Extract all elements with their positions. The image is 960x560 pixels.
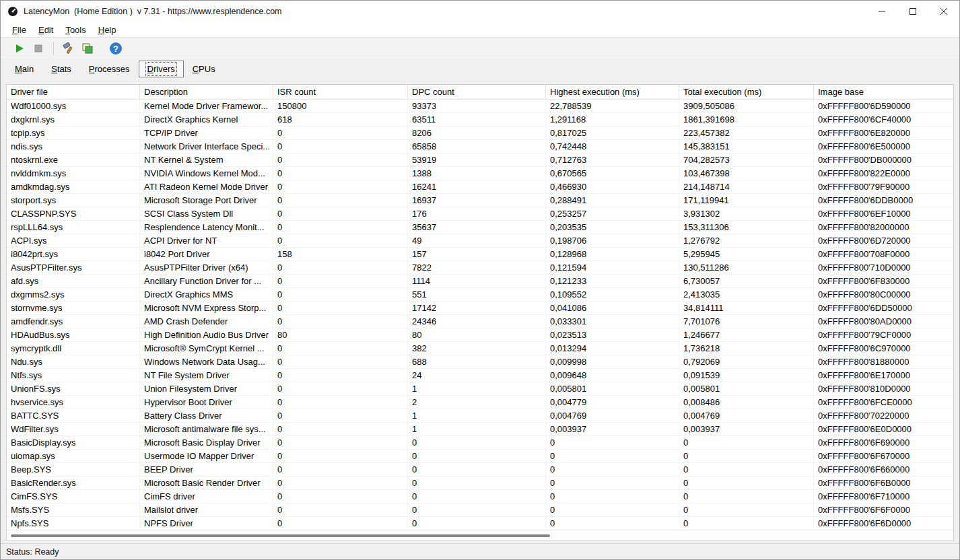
table-cell: 0,128968 [546, 248, 679, 260]
table-row[interactable]: storport.sysMicrosoft Storage Port Drive… [7, 194, 953, 207]
table-row[interactable]: symcryptk.dllMicrosoft® SymCrypt Kernel … [7, 342, 953, 355]
column-header[interactable]: DPC count [408, 85, 546, 99]
table-cell: 0,670565 [546, 167, 679, 180]
maximize-icon [910, 8, 916, 15]
table-cell: 0xFFFFF800'810D0000 [814, 382, 953, 395]
table-cell: Microsoft® SymCrypt Kernel ... [140, 342, 273, 355]
minimize-button[interactable] [866, 1, 897, 22]
help-button[interactable]: ? [106, 40, 125, 57]
table-row[interactable]: ACPI.sysACPI Driver for NT0490,1987061,2… [7, 234, 953, 248]
table-cell: 0,121594 [546, 261, 679, 274]
table-row[interactable]: dxgmms2.sysDirectX Graphics MMS05510,109… [7, 288, 953, 302]
table-cell: uiomap.sys [7, 450, 140, 462]
table-row[interactable]: CimFS.SYSCimFS driver00000xFFFFF800'6F71… [7, 490, 953, 503]
table-row[interactable]: CLASSPNP.SYSSCSI Class System Dll01760,2… [7, 207, 953, 221]
table-row[interactable]: AsusPTPFilter.sysAsusPTPFilter Driver (x… [7, 261, 953, 275]
table-cell: 0,817025 [546, 127, 679, 139]
maximize-button[interactable] [897, 1, 928, 22]
table-cell: 22,788539 [546, 100, 679, 112]
table-cell: Microsoft Storage Port Driver [140, 194, 273, 207]
table-cell: 0 [273, 450, 408, 462]
table-row[interactable]: dxgkrnl.sysDirectX Graphics Kernel618635… [7, 113, 953, 127]
table-cell: CimFS.SYS [7, 490, 140, 503]
menu-tools[interactable]: Tools [59, 24, 92, 36]
scrollbar-thumb[interactable] [11, 534, 550, 537]
table-row[interactable]: amdfendr.sysAMD Crash Defender0243460,03… [7, 315, 953, 328]
table-cell: 1,736218 [679, 342, 814, 355]
menu-edit[interactable]: Edit [32, 24, 59, 36]
table-row[interactable]: Npfs.SYSNPFS Driver00000xFFFFF800'6F6D00… [7, 517, 953, 530]
column-header[interactable]: Driver file [7, 85, 140, 99]
table-cell: 0,091539 [679, 369, 814, 382]
table-cell: 0 [273, 503, 408, 516]
table-row[interactable]: BasicDisplay.sysMicrosoft Basic Display … [7, 436, 953, 450]
table-row[interactable]: Ntfs.sysNT File System Driver0240,009648… [7, 369, 953, 382]
table-row[interactable]: ndis.sysNetwork Driver Interface Speci..… [7, 140, 953, 153]
table-cell: 0 [546, 503, 679, 516]
table-cell: 53919 [408, 153, 546, 166]
menu-help[interactable]: Help [92, 24, 123, 36]
table-row[interactable]: Ndu.sysWindows Network Data Usag...06880… [7, 355, 953, 369]
table-cell: 0xFFFFF800'6F830000 [814, 275, 953, 287]
table-row[interactable]: tcpip.sysTCP/IP Driver082060,817025223,4… [7, 127, 953, 140]
table-cell: 0 [546, 490, 679, 503]
table-row[interactable]: afd.sysAncillary Function Driver for ...… [7, 275, 953, 288]
column-header[interactable]: Total execution (ms) [679, 85, 814, 99]
close-icon [940, 8, 947, 15]
table-cell: 704,282573 [679, 153, 814, 166]
close-button[interactable] [928, 1, 959, 22]
column-header[interactable]: Description [140, 85, 273, 99]
table-cell: 0,198706 [546, 234, 679, 247]
app-icon[interactable] [7, 6, 18, 17]
table-cell: 1 [408, 409, 546, 422]
table-cell: Windows Network Data Usag... [140, 355, 273, 368]
table-row[interactable]: ntoskrnl.exeNT Kernel & System0539190,71… [7, 153, 953, 167]
tab-drivers[interactable]: Drivers [139, 61, 184, 77]
table-row[interactable]: Wdf01000.sysKernel Mode Driver Framewor.… [7, 100, 953, 113]
tab-main[interactable]: Main [6, 61, 42, 77]
tab-cpus[interactable]: CPUs [184, 61, 224, 77]
start-monitor-button[interactable] [10, 40, 29, 57]
table-cell: Wdf01000.sys [7, 100, 140, 112]
copy-report-button[interactable] [78, 40, 97, 57]
table-row[interactable]: hvservice.sysHypervisor Boot Driver020,0… [7, 396, 953, 409]
table-cell: 0,003937 [546, 423, 679, 435]
table-cell: dxgmms2.sys [7, 288, 140, 301]
table-row[interactable]: rspLLL64.sysResplendence Latency Monit..… [7, 221, 953, 234]
table-row[interactable]: BATTC.SYSBattery Class Driver010,0047690… [7, 409, 953, 423]
stop-monitor-button[interactable] [29, 40, 48, 57]
table-row[interactable]: stornvme.sysMicrosoft NVM Express Storp.… [7, 302, 953, 315]
table-cell: 0xFFFFF800'6F6B0000 [814, 477, 953, 489]
table-cell: UnionFS.sys [7, 382, 140, 395]
table-row[interactable]: i8042prt.sysi8042 Port Driver1581570,128… [7, 248, 953, 261]
table-row[interactable]: UnionFS.sysUnion Filesystem Driver010,00… [7, 382, 953, 396]
column-header[interactable]: Highest execution (ms) [546, 85, 679, 99]
table-cell: 0 [273, 180, 408, 193]
table-row[interactable]: uiomap.sysUsermode IO Mapper Driver00000… [7, 450, 953, 463]
tools-icon [62, 42, 75, 55]
table-row[interactable]: nvlddmkm.sysNVIDIA Windows Kernel Mod...… [7, 167, 953, 180]
table-cell: 0,005801 [679, 382, 814, 395]
table-row[interactable]: BasicRender.sysMicrosoft Basic Render Dr… [7, 477, 953, 490]
tab-processes[interactable]: Processes [80, 61, 139, 77]
column-header[interactable]: Image base [814, 85, 953, 99]
menu-file[interactable]: File [6, 24, 32, 36]
tools-button[interactable] [59, 40, 78, 57]
table-cell: 130,511286 [679, 261, 814, 274]
table-row[interactable]: Msfs.SYSMailslot driver00000xFFFFF800'6F… [7, 503, 953, 517]
table-cell: 0 [273, 194, 408, 207]
column-header[interactable]: ISR count [273, 85, 408, 99]
table-cell: 0,203535 [546, 221, 679, 234]
horizontal-scrollbar[interactable] [7, 530, 953, 540]
tab-stats[interactable]: Stats [42, 61, 80, 77]
table-row[interactable]: Beep.SYSBEEP Driver00000xFFFFF800'6F6600… [7, 463, 953, 477]
table-cell: ACPI.sys [7, 234, 140, 247]
table-cell: ntoskrnl.exe [7, 153, 140, 166]
table-cell: Kernel Mode Driver Framewor... [140, 100, 273, 112]
table-row[interactable]: HDAudBus.sysHigh Definition Audio Bus Dr… [7, 328, 953, 342]
table-row[interactable]: WdFilter.sysMicrosoft antimalware file s… [7, 423, 953, 436]
table-cell: 0 [273, 409, 408, 422]
table-cell: 16937 [408, 194, 546, 207]
table-row[interactable]: amdkmdag.sysATI Radeon Kernel Mode Drive… [7, 180, 953, 194]
table-cell: 0xFFFFF800'6F6F0000 [814, 503, 953, 516]
